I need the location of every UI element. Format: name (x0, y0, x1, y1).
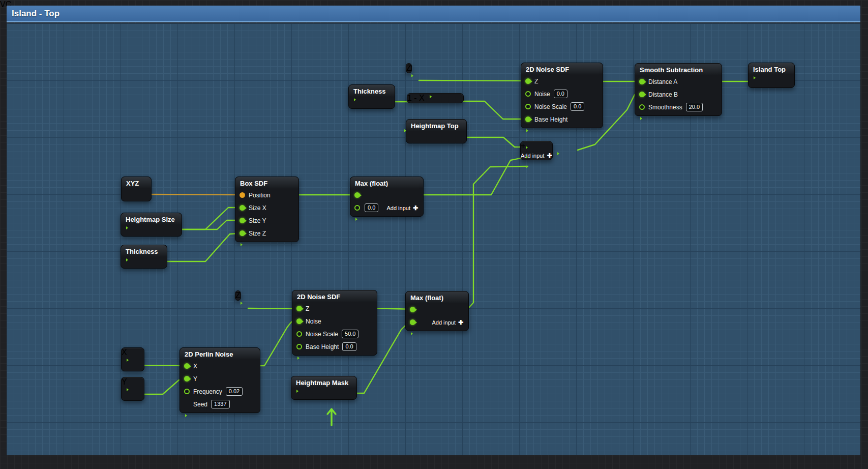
pin-label: Base Height (306, 343, 339, 350)
node-z-top[interactable]: Z (406, 63, 412, 73)
node-heightmap-size[interactable]: Heightmap Size (121, 213, 182, 237)
node-title: Heightmap Size (121, 213, 182, 225)
input-pin[interactable] (639, 79, 645, 84)
node-title: Island Top (749, 63, 794, 75)
node-thickness-top[interactable]: Thickness (348, 84, 395, 109)
input-pin[interactable] (525, 104, 531, 109)
value-input[interactable]: 0.0 (571, 102, 584, 111)
pin-label: X (193, 363, 197, 370)
node-title: Box SDF (235, 177, 298, 189)
pin-label: Size Z (249, 230, 266, 237)
node-xyz[interactable]: XYZ (121, 177, 152, 201)
pin-row: Frequency 0.02 (180, 385, 260, 398)
pin-row: Add input✚ (406, 316, 468, 329)
pin-row: 0.0 Add input✚ (350, 201, 423, 214)
pin-label: Frequency (193, 388, 222, 395)
value-input[interactable]: 20.0 (686, 103, 703, 111)
input-pin[interactable] (240, 205, 245, 211)
value-input[interactable]: 0.0 (342, 342, 356, 351)
add-input-button[interactable]: Add input✚ (386, 204, 418, 212)
input-pin[interactable] (240, 218, 245, 223)
value-input[interactable]: 0.0 (554, 90, 567, 98)
node-x[interactable]: X (121, 347, 144, 371)
add-input-button[interactable]: Add input✚ (432, 319, 463, 326)
node-one-minus-x[interactable]: 1 - X (407, 93, 464, 103)
pin-row (350, 189, 423, 201)
pin-row: Smoothness 20.0 (635, 101, 722, 113)
node-max-float-top[interactable]: Max (float) 0.0 Add input✚ (350, 177, 424, 217)
node-title: Heightmap Mask (291, 376, 356, 388)
node-add[interactable]: + Add input✚ (520, 141, 553, 160)
pin-label: Size Y (249, 217, 266, 224)
value-input[interactable]: 50.0 (342, 330, 358, 338)
input-pin[interactable] (525, 78, 531, 84)
input-pin[interactable] (240, 230, 245, 236)
plus-icon: ✚ (547, 152, 552, 159)
node-title: Y (122, 377, 144, 387)
pin-row: Size Z (235, 227, 298, 240)
input-pin-seed[interactable] (184, 401, 190, 407)
input-pin[interactable] (354, 205, 360, 211)
input-pin[interactable] (296, 318, 302, 324)
pin-label: Z (306, 305, 309, 312)
add-input-label: Add input (432, 319, 455, 326)
node-2d-perlin-noise[interactable]: 2D Perlin Noise X Y Frequency 0.02 Seed … (179, 347, 260, 413)
input-pin[interactable] (184, 376, 190, 382)
pin-label: Z (534, 78, 538, 85)
pin-row: Distance A (635, 75, 722, 88)
node-z-bottom[interactable]: Z (235, 290, 241, 301)
node-editor-window: Island - Top Z Thickness 1 - X (0, 0, 868, 469)
pin-row: X (180, 360, 260, 372)
pin-label: Noise Scale (534, 103, 567, 110)
node-title: Max (float) (406, 291, 468, 303)
node-title: Max (float) (350, 177, 423, 189)
input-pin[interactable] (296, 306, 302, 311)
input-pin[interactable] (410, 319, 415, 325)
input-pin[interactable] (525, 91, 531, 97)
input-pin[interactable] (296, 331, 302, 337)
node-title: Z (235, 291, 241, 300)
pin-row (406, 303, 468, 316)
node-title: 2D Noise SDF (521, 63, 603, 75)
pin-row: Position (235, 189, 298, 201)
plus-icon: ✚ (413, 204, 418, 212)
input-pin[interactable] (296, 344, 302, 349)
node-box-sdf[interactable]: Box SDF Position Size X Size Y Size Z (235, 177, 299, 242)
pin-row: Seed 1337 (180, 398, 260, 411)
node-title: Heightmap Top (406, 120, 466, 131)
pin-row: Noise 0.0 (521, 87, 603, 100)
node-title: Thickness (121, 245, 167, 257)
graph-title: Island - Top (12, 9, 59, 19)
pin-row: Size Y (235, 214, 298, 227)
node-heightmap-mask[interactable]: Heightmap Mask (291, 376, 357, 400)
pin-label: Seed (193, 401, 207, 408)
pin-label: Noise Scale (306, 331, 338, 338)
node-2d-noise-sdf-top[interactable]: 2D Noise SDF Z Noise 0.0 Noise Scale 0.0… (521, 63, 603, 128)
input-pin[interactable] (639, 104, 645, 110)
pin-row: Z (292, 302, 377, 315)
pin-row: Size X (235, 201, 298, 214)
node-thickness-bottom[interactable]: Thickness (121, 245, 167, 269)
value-input[interactable]: 1337 (211, 400, 229, 408)
input-pin[interactable] (639, 92, 645, 97)
node-y[interactable]: Y (121, 377, 144, 401)
input-pin[interactable] (525, 116, 531, 122)
pin-row: Noise Scale 50.0 (292, 328, 377, 340)
node-2d-noise-sdf-bottom[interactable]: 2D Noise SDF Z Noise Noise Scale 50.0 Ba… (292, 290, 377, 356)
pin-row: Noise (292, 315, 377, 328)
node-max-float-bottom[interactable]: Max (float) Add input✚ (405, 291, 469, 331)
node-heightmap-top[interactable]: Heightmap Top (406, 119, 467, 143)
node-island-top[interactable]: Island Top (748, 63, 795, 88)
graph-title-bar: Island - Top (7, 6, 860, 22)
node-title: Z (406, 64, 411, 73)
input-pin[interactable] (184, 389, 190, 394)
pin-label: Position (249, 192, 271, 199)
node-smooth-subtraction[interactable]: Smooth Subtraction Distance A Distance B… (635, 63, 722, 116)
value-input[interactable]: 0.0 (365, 203, 378, 212)
input-pin[interactable] (184, 363, 190, 369)
input-pin-position[interactable] (240, 192, 245, 198)
input-pin[interactable] (354, 192, 360, 198)
value-input[interactable]: 0.02 (226, 387, 243, 396)
add-input-label: Add input (386, 205, 410, 211)
input-pin[interactable] (410, 307, 415, 312)
